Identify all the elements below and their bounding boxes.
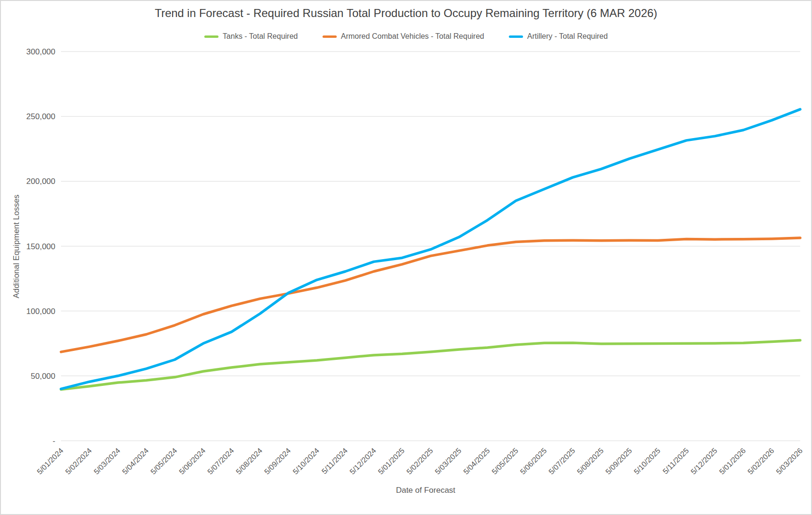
legend-label-tanks: Tanks - Total Required [223,32,298,41]
x-tick-label: 5/06/2024 [177,446,207,476]
y-axis-tick-labels: 300,000250,000200,000150,000100,00050,00… [26,47,55,445]
chart-title: Trend in Forecast - Required Russian Tot… [1,7,811,20]
x-tick-label: 5/03/2026 [775,446,804,476]
legend-label-armored-combat-vehicles: Armored Combat Vehicles - Total Required [341,32,484,41]
y-tick-label: - [52,436,55,445]
legend-item-artillery[interactable]: Artillery - Total Required [509,32,608,41]
x-tick-label: 5/10/2025 [632,446,662,476]
chart-canvas: Trend in Forecast - Required Russian Tot… [0,0,812,515]
x-tick-label: 5/09/2024 [263,446,292,476]
x-tick-label: 5/05/2025 [490,446,520,476]
x-axis-tick-labels: 5/01/20245/02/20245/03/20245/04/20245/05… [35,446,804,476]
x-tick-label: 5/12/2025 [689,446,718,476]
x-tick-label: 5/02/2025 [405,446,434,476]
x-tick-label: 5/10/2024 [291,446,321,476]
x-tick-label: 5/03/2025 [433,446,463,476]
x-tick-label: 5/01/2026 [718,446,747,476]
legend-item-armored-combat-vehicles[interactable]: Armored Combat Vehicles - Total Required [323,32,484,41]
x-tick-label: 5/04/2025 [462,446,491,476]
legend-item-tanks[interactable]: Tanks - Total Required [204,32,298,41]
x-tick-label: 5/03/2024 [92,446,122,476]
y-tick-label: 200,000 [26,177,55,186]
y-tick-label: 300,000 [26,47,55,56]
line-chart-plot-area: 300,000250,000200,000150,000100,00050,00… [1,1,811,514]
x-tick-label: 5/07/2025 [547,446,576,476]
x-tick-label: 5/08/2024 [235,446,264,476]
series-lines [61,109,800,390]
y-tick-label: 50,000 [31,372,55,381]
x-axis-title: Date of Forecast [396,486,455,495]
tanks-line-swatch-icon [204,35,218,38]
x-tick-label: 5/05/2024 [149,446,178,476]
x-tick-label: 5/11/2025 [661,446,690,476]
artillery-line-swatch-icon [509,35,523,38]
acv-line-swatch-icon [323,35,337,38]
x-tick-label: 5/02/2024 [64,446,93,476]
y-axis-title: Additional Equipment Losses [12,194,21,298]
series-line-1[interactable] [61,238,800,352]
x-tick-label: 5/01/2024 [35,446,65,476]
series-line-0[interactable] [61,340,800,389]
x-tick-label: 5/08/2025 [576,446,605,476]
x-tick-label: 5/11/2024 [320,446,349,476]
y-tick-label: 250,000 [26,112,55,121]
x-tick-label: 5/07/2024 [206,446,235,476]
legend-label-artillery: Artillery - Total Required [527,32,608,41]
x-tick-label: 5/04/2024 [121,446,150,476]
x-tick-label: 5/12/2024 [348,446,377,476]
x-tick-label: 5/09/2025 [604,446,633,476]
gridlines [61,52,800,441]
x-tick-label: 5/02/2026 [746,446,776,476]
x-tick-label: 5/01/2025 [376,446,406,476]
y-tick-label: 100,000 [26,307,55,316]
series-line-2[interactable] [61,109,800,389]
x-tick-label: 5/06/2025 [519,446,548,476]
chart-legend: Tanks - Total Required Armored Combat Ve… [1,32,811,41]
y-tick-label: 150,000 [26,242,55,251]
